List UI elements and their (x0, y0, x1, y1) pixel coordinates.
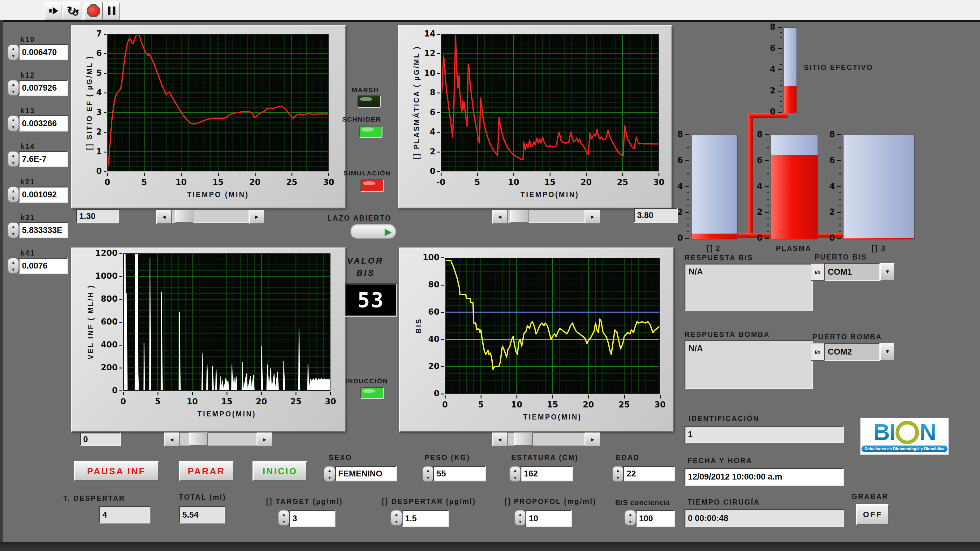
inicio-button[interactable]: INICIO (253, 461, 308, 481)
pausa-inf-button[interactable]: PAUSA INF (74, 461, 159, 481)
tick-label: 100 (417, 253, 439, 262)
scroll-right-icon[interactable]: ► (257, 432, 272, 447)
respuesta-bomba-field[interactable]: N/A (684, 340, 813, 389)
marsh-led[interactable] (357, 95, 381, 108)
k41-spinner[interactable]: ▲▼ (8, 258, 19, 274)
puerto-bis-value[interactable]: COM1 (824, 263, 880, 281)
sitio-ef-axis-min[interactable]: 1.30 (76, 209, 119, 223)
tick-label (445, 395, 445, 399)
tank-minor-tick (767, 147, 768, 148)
sitio-ef-scrollbar[interactable]: ◄ ► (156, 210, 264, 223)
estatura-field[interactable]: 162 (520, 466, 573, 481)
propofol-spinner[interactable]: ▲▼ (514, 510, 526, 526)
edad-spinner[interactable]: ▲▼ (612, 466, 624, 482)
grabar-button[interactable]: OFF (856, 504, 889, 525)
k41-field[interactable]: 0.0076 (19, 258, 68, 274)
k12-spinner[interactable]: ▲▼ (8, 80, 19, 96)
tank-minor-tick (687, 225, 689, 225)
scroll-left-icon[interactable]: ◄ (492, 432, 508, 447)
propofol-field[interactable]: 10 (525, 510, 572, 527)
respuesta-bis-field[interactable]: N/A (684, 264, 813, 311)
lazo-abierto-switch[interactable]: ▶ (350, 224, 396, 239)
abort-icon[interactable] (84, 2, 103, 19)
tick-label: [] SITIO EF ( µG/ML ) (85, 55, 94, 150)
target-spinner[interactable]: ▲▼ (278, 510, 290, 526)
sexo-label: SEXO (329, 454, 352, 462)
tank-minor-tick (780, 48, 782, 49)
tank-minor-tick (839, 173, 841, 174)
run-continuous-icon[interactable]: ↻↺ (62, 2, 81, 19)
target-label: [] TARGET (µg/ml) (266, 497, 343, 506)
pause-icon[interactable] (103, 2, 120, 19)
fecha-hora-field[interactable]: 12/09/2012 10:00:00 a.m (684, 468, 844, 486)
k31-spinner[interactable]: ▲▼ (8, 222, 19, 238)
scroll-right-icon[interactable]: ► (249, 210, 264, 224)
run-icon[interactable] (45, 2, 62, 19)
k13-spinner[interactable]: ▲▼ (8, 115, 19, 132)
k10-field[interactable]: 0.006470 (19, 44, 68, 60)
tank-minor-tick (767, 180, 768, 180)
peso-field[interactable]: 55 (433, 466, 486, 481)
k14-field[interactable]: 7.6E-7 (19, 151, 68, 167)
tank-tick-label: 6 (822, 156, 835, 165)
k21-spinner[interactable]: ▲▼ (8, 187, 19, 203)
k31-field[interactable]: 5.833333E (19, 222, 68, 238)
vel-inf-axis-min[interactable]: 0 (80, 432, 121, 446)
scroll-left-icon[interactable]: ◄ (156, 210, 172, 224)
plasmatica-scrollbar[interactable]: ◄ ► (492, 210, 600, 223)
bis-conciencia-spinner[interactable]: ▲▼ (624, 510, 636, 526)
edad-field[interactable]: 22 (623, 466, 675, 481)
tick-label (441, 394, 444, 394)
tick-label (441, 312, 444, 313)
peso-spinner[interactable]: ▲▼ (422, 466, 434, 482)
tank-tick-label: 0 (671, 233, 683, 243)
k12-field[interactable]: 0.007926 (19, 80, 68, 96)
tick-label: 60 (417, 307, 439, 316)
target-field[interactable]: 3 (289, 510, 336, 527)
scroll-right-icon[interactable]: ► (585, 432, 600, 447)
parar-button[interactable]: PARAR (179, 461, 234, 481)
k21-field[interactable]: 0.001092 (19, 187, 68, 203)
tank-minor-tick (839, 212, 841, 213)
identificacion-field[interactable]: 1 (684, 426, 844, 443)
dropdown-icon[interactable]: ▼ (880, 263, 895, 281)
despertar-spinner[interactable]: ▲▼ (390, 510, 402, 526)
scroll-right-icon[interactable]: ► (585, 210, 600, 224)
tiempo-cirugia-field[interactable]: 0 00:00:48 (684, 509, 844, 527)
lazo-abierto-label: LAZO ABIERTO (328, 214, 391, 222)
tick-label: 15 (215, 397, 239, 406)
k10-spinner[interactable]: ▲▼ (8, 44, 19, 60)
despertar-field[interactable]: 1.5 (402, 510, 449, 527)
total-field[interactable]: 5.54 (179, 506, 225, 524)
induccion-led[interactable] (360, 387, 384, 399)
simulacion-led[interactable] (361, 179, 384, 192)
t-despertar-field[interactable]: 4 (99, 506, 150, 524)
tick-label (119, 345, 122, 346)
dropdown-icon[interactable]: ▼ (880, 343, 895, 361)
plasmatica-graph: 02468101214-051015202530[] PLASMÁTICA ( … (398, 25, 672, 208)
scroll-left-icon[interactable]: ◄ (164, 432, 180, 447)
puerto-bomba-value[interactable]: COM2 (824, 343, 880, 361)
sexo-spinner[interactable]: ▲▼ (324, 466, 336, 482)
logo-tagline: Soluciones en Biotecnología y Biomédica (861, 446, 948, 452)
tank-tick-label: 2 (671, 207, 683, 217)
respuesta-bis-label: RESPUESTA BIS (684, 254, 753, 262)
bis-scrollbar[interactable]: ◄ ► (492, 432, 600, 446)
vel-inf-scrollbar[interactable]: ◄ ► (164, 432, 272, 446)
tick-label (119, 322, 122, 323)
sexo-field[interactable]: FEMENINO (335, 466, 397, 481)
scroll-left-icon[interactable]: ◄ (492, 210, 508, 224)
puerto-bomba-combo[interactable]: I/o COM2 ▼ (811, 343, 895, 361)
bis-conciencia-field[interactable]: 100 (636, 510, 675, 527)
tick-label: 0 (79, 167, 102, 176)
k13-field[interactable]: 0.003266 (19, 115, 68, 132)
tank-tick-label: 8 (671, 130, 683, 139)
estatura-spinner[interactable]: ▲▼ (509, 466, 521, 482)
tank-minor-tick (839, 192, 841, 193)
induccion-label: INDUCCIÓN (346, 378, 388, 385)
tick-label: VEL INF ( ML/H ) (87, 284, 95, 359)
k14-spinner[interactable]: ▲▼ (8, 151, 19, 167)
simulacion-label: SIMULACIÓN (344, 170, 391, 177)
schnider-led[interactable] (359, 125, 382, 138)
puerto-bis-combo[interactable]: I/o COM1 ▼ (811, 263, 895, 281)
